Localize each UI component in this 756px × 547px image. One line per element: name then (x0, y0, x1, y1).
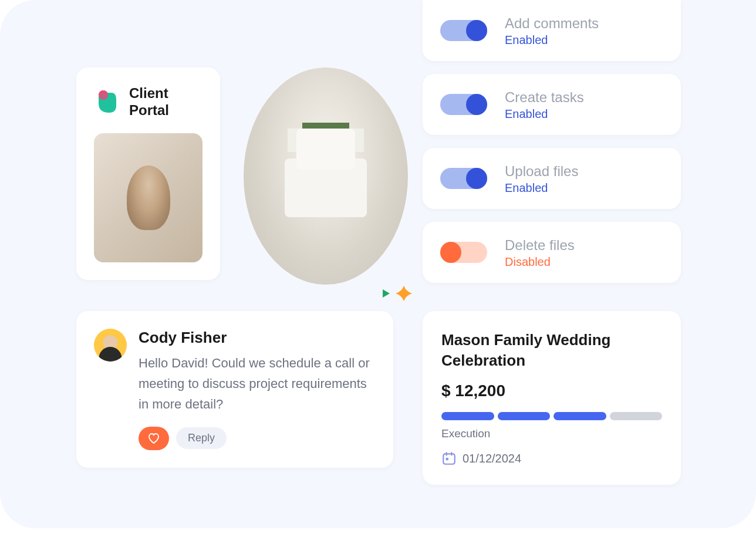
comment-text: Hello David! Could we schedule a call or… (139, 353, 376, 415)
permission-add-comments: Add comments Enabled (423, 0, 681, 61)
permission-label: Add comments (505, 14, 663, 32)
comment-actions: Reply (139, 427, 376, 450)
permission-upload-files: Upload files Enabled (423, 148, 681, 209)
progress-segment (441, 412, 494, 420)
client-photo (94, 133, 203, 262)
project-amount: $ 12,200 (441, 381, 662, 400)
client-portal-card: Client Portal (76, 67, 220, 280)
project-date: 01/12/2024 (463, 452, 521, 465)
permission-status: Enabled (505, 181, 663, 195)
project-title: Mason Family Wedding Celebration (441, 330, 662, 371)
portal-header: Client Portal (94, 85, 203, 119)
toggle-switch[interactable] (440, 168, 487, 189)
svg-point-1 (99, 90, 108, 100)
project-card: Mason Family Wedding Celebration $ 12,20… (423, 311, 681, 485)
commenter-name: Cody Fisher (139, 329, 376, 347)
heart-icon (148, 433, 160, 444)
portal-logo-icon (94, 89, 120, 115)
sparkle-icon (382, 285, 417, 302)
permission-status: Enabled (505, 107, 663, 121)
progress-segment (610, 412, 663, 420)
permission-create-tasks: Create tasks Enabled (423, 74, 681, 135)
progress-segment (498, 412, 551, 420)
progress-bar (441, 412, 662, 420)
project-date-row: 01/12/2024 (441, 451, 662, 466)
permission-delete-files: Delete files Disabled (423, 222, 681, 283)
svg-rect-5 (446, 458, 448, 460)
calendar-icon (441, 451, 457, 466)
toggle-switch[interactable] (440, 242, 487, 263)
permission-status: Enabled (505, 33, 663, 47)
permission-label: Delete files (505, 236, 663, 254)
app-canvas: Client Portal Add comments Enabled Creat… (0, 0, 756, 528)
portal-title: Client Portal (129, 85, 203, 119)
like-button[interactable] (139, 427, 169, 450)
wedding-cake-image (244, 67, 408, 285)
toggle-switch[interactable] (440, 94, 487, 115)
comment-card: Cody Fisher Hello David! Could we schedu… (76, 311, 393, 468)
permission-label: Upload files (505, 162, 663, 180)
progress-segment (554, 412, 606, 420)
svg-rect-2 (443, 454, 455, 464)
permission-status: Disabled (505, 255, 663, 269)
toggle-switch[interactable] (440, 20, 487, 41)
reply-button[interactable]: Reply (176, 427, 227, 449)
permission-label: Create tasks (505, 88, 663, 106)
project-phase: Execution (441, 427, 662, 440)
commenter-avatar (94, 329, 127, 362)
